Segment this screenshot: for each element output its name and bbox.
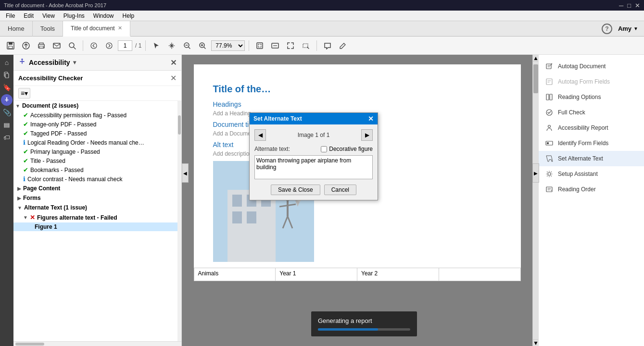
svg-point-29: [21, 59, 23, 61]
right-panel-reading-order[interactable]: Reading Order: [539, 182, 644, 197]
left-icon-layers[interactable]: [1, 119, 13, 131]
edit-button[interactable]: [336, 39, 350, 52]
left-icon-bookmarks[interactable]: 🔖: [1, 82, 13, 93]
left-icon-tags[interactable]: 🏷: [1, 132, 13, 143]
document-group-header[interactable]: ▼ Document (2 issues): [13, 101, 177, 111]
doc-scroll-thumb[interactable]: [533, 64, 538, 93]
tab-close-button[interactable]: ✕: [118, 25, 122, 31]
help-button[interactable]: ?: [602, 24, 612, 34]
tree-item-bookmarks[interactable]: ✔ Bookmarks - Passed: [13, 165, 177, 174]
svg-rect-28: [4, 126, 9, 127]
menu-plugins[interactable]: Plug-Ins: [60, 12, 88, 20]
cursor-tool[interactable]: [150, 39, 163, 52]
save-close-button[interactable]: Save & Close: [271, 185, 320, 195]
figure1-item[interactable]: Figure 1: [13, 222, 177, 231]
dialog-next-button[interactable]: ▶: [361, 129, 373, 141]
figure1-label: Figure 1: [35, 223, 57, 230]
tree-item-reading-order[interactable]: ℹ Logical Reading Order - Needs manual c…: [13, 138, 177, 147]
svg-rect-43: [546, 79, 552, 85]
full-screen-button[interactable]: [284, 39, 297, 52]
page-content-label: Page Content: [23, 185, 60, 192]
checker-title: Accessibility Checker: [18, 74, 83, 82]
panel-title-chevron[interactable]: ▾: [73, 59, 76, 66]
user-chevron-icon: ▼: [633, 26, 638, 31]
page-content-group[interactable]: ▶ Page Content: [13, 184, 177, 193]
forms-group[interactable]: ▶ Forms: [13, 193, 177, 203]
pan-tool[interactable]: [165, 39, 178, 52]
email-button[interactable]: [50, 39, 63, 52]
right-panel-identify-form-fields[interactable]: Identify Form Fields: [539, 136, 644, 151]
tab-document[interactable]: Title of document ✕: [63, 21, 130, 37]
zoom-in-button[interactable]: [196, 39, 209, 52]
title-bar-title: Title of document - Adobe Acrobat Pro 20…: [4, 2, 106, 8]
decorative-checkbox[interactable]: [321, 146, 327, 152]
next-page-button[interactable]: [102, 39, 116, 52]
checker-close-button[interactable]: ✕: [170, 74, 177, 83]
tree-item-image-only[interactable]: ✔ Image-only PDF - Passed: [13, 120, 177, 129]
tab-tools[interactable]: Tools: [33, 21, 63, 37]
tree-item-tagged-pdf[interactable]: ✔ Tagged PDF - Passed: [13, 129, 177, 138]
setup-assistant-icon: [544, 169, 554, 179]
title-bar: Title of document - Adobe Acrobat Pro 20…: [0, 0, 644, 11]
left-icon-home[interactable]: ⌂: [1, 57, 13, 68]
search-button[interactable]: [65, 39, 79, 52]
zoom-dropdown[interactable]: 77.9% 50% 75% 100% 125% 150%: [211, 40, 245, 51]
cancel-button[interactable]: Cancel: [324, 185, 356, 195]
minimize-button[interactable]: ─: [619, 2, 623, 9]
tree-item-color-contrast[interactable]: ℹ Color contrast - Needs manual check: [13, 174, 177, 184]
left-icon-accessibility[interactable]: [1, 94, 13, 106]
upload-button[interactable]: [19, 39, 33, 52]
prev-page-button[interactable]: [87, 39, 101, 52]
full-check-label: Full Check: [558, 109, 585, 116]
right-panel-autotag-form: Autotag Form Fields: [539, 74, 644, 89]
doc-scrollbar[interactable]: ▲ ▼: [532, 55, 538, 346]
tree-item-language[interactable]: ✔ Primary language - Passed: [13, 147, 177, 156]
alt-text-group[interactable]: ▼ Alternate Text (1 issue): [13, 203, 177, 212]
panel-horizontal-scrollbar[interactable]: [13, 341, 181, 346]
comment-button[interactable]: [321, 39, 334, 52]
tab-home[interactable]: Home: [0, 21, 33, 37]
left-icon-attachments[interactable]: 📎: [1, 107, 13, 118]
menu-view[interactable]: View: [38, 12, 59, 20]
figures-group[interactable]: ▼ ✕ Figures alternate text - Failed: [13, 212, 177, 222]
menu-help[interactable]: Help: [119, 12, 139, 20]
save-button[interactable]: [4, 39, 17, 52]
user-menu-button[interactable]: Amy ▼: [618, 25, 638, 32]
alt-text-textarea[interactable]: [254, 155, 373, 179]
close-button[interactable]: ✕: [635, 2, 640, 9]
checker-options-button[interactable]: ≡▾: [18, 88, 30, 99]
left-icon-pages[interactable]: [1, 69, 13, 81]
right-panel-autotag[interactable]: Autotag Document: [539, 59, 644, 74]
pass-icon: ✔: [23, 157, 28, 164]
menu-window[interactable]: Window: [89, 12, 118, 20]
forms-label: Forms: [23, 195, 41, 201]
set-alt-text-icon: [544, 154, 554, 163]
zoom-out-button[interactable]: [180, 39, 194, 52]
maximize-button[interactable]: □: [627, 2, 631, 9]
panel-header-close[interactable]: ✕: [170, 58, 177, 67]
right-panel-setup-assistant[interactable]: Setup Assistant: [539, 166, 644, 182]
tree-item-permission[interactable]: ✔ Accessibility permission flag - Passed: [13, 111, 177, 120]
page-number-input[interactable]: [118, 40, 132, 51]
doc-scroll-up[interactable]: ▲: [533, 55, 538, 62]
svg-point-10: [106, 43, 112, 49]
right-panel-full-check[interactable]: Full Check: [539, 105, 644, 120]
panel-scroll-thumb[interactable]: [178, 115, 181, 135]
print-button[interactable]: [35, 39, 48, 52]
right-panel-set-alt-text[interactable]: Set Alternate Text: [539, 151, 644, 166]
fit-page-button[interactable]: [253, 39, 266, 52]
right-panel-accessibility-report[interactable]: Accessibility Report: [539, 120, 644, 136]
menu-edit[interactable]: Edit: [20, 12, 38, 20]
right-panel-reading-options[interactable]: Reading Options: [539, 89, 644, 105]
marquee-zoom-button[interactable]: [299, 39, 313, 52]
dialog-prev-button[interactable]: ◀: [254, 129, 266, 141]
dialog-close-button[interactable]: ✕: [368, 115, 374, 123]
tree-item-title[interactable]: ✔ Title - Passed: [13, 156, 177, 165]
right-collapse-button[interactable]: ▶: [532, 163, 539, 183]
fit-width-button[interactable]: [268, 39, 282, 52]
panel-scrollbar[interactable]: [177, 101, 181, 341]
doc-scroll-down[interactable]: ▼: [533, 339, 538, 346]
svg-line-13: [189, 47, 190, 49]
svg-point-50: [548, 173, 551, 175]
menu-file[interactable]: File: [2, 12, 19, 20]
